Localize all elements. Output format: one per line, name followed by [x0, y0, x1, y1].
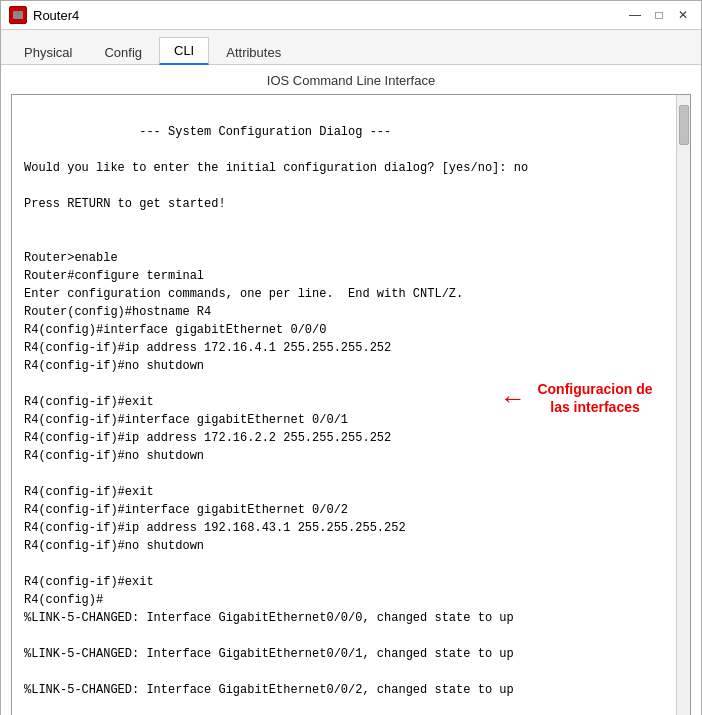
scrollbar[interactable]	[676, 95, 690, 715]
annotation-arrow-icon: ←	[500, 383, 526, 414]
title-bar-controls: — □ ✕	[625, 5, 693, 25]
annotation-text: Configuracion de las interfaces	[530, 380, 660, 416]
tab-attributes[interactable]: Attributes	[211, 39, 296, 65]
title-bar: Router4 — □ ✕	[1, 1, 701, 30]
content-area: IOS Command Line Interface --- System Co…	[1, 65, 701, 715]
scroll-thumb[interactable]	[679, 105, 689, 145]
tab-config[interactable]: Config	[89, 39, 157, 65]
tabs-bar: Physical Config CLI Attributes	[1, 30, 701, 65]
router-icon	[9, 6, 27, 24]
close-button[interactable]: ✕	[673, 5, 693, 25]
router-icon-inner	[13, 11, 23, 19]
tab-physical[interactable]: Physical	[9, 39, 87, 65]
section-title: IOS Command Line Interface	[11, 73, 691, 88]
terminal-wrapper: --- System Configuration Dialog --- Woul…	[11, 94, 691, 715]
maximize-button[interactable]: □	[649, 5, 669, 25]
terminal-text: --- System Configuration Dialog --- Woul…	[24, 125, 528, 697]
annotation-overlay: ← Configuracion de las interfaces	[500, 380, 660, 416]
title-bar-left: Router4	[9, 6, 79, 24]
window-title: Router4	[33, 8, 79, 23]
tab-cli[interactable]: CLI	[159, 37, 209, 65]
main-window: Router4 — □ ✕ Physical Config CLI Attrib…	[0, 0, 702, 715]
minimize-button[interactable]: —	[625, 5, 645, 25]
